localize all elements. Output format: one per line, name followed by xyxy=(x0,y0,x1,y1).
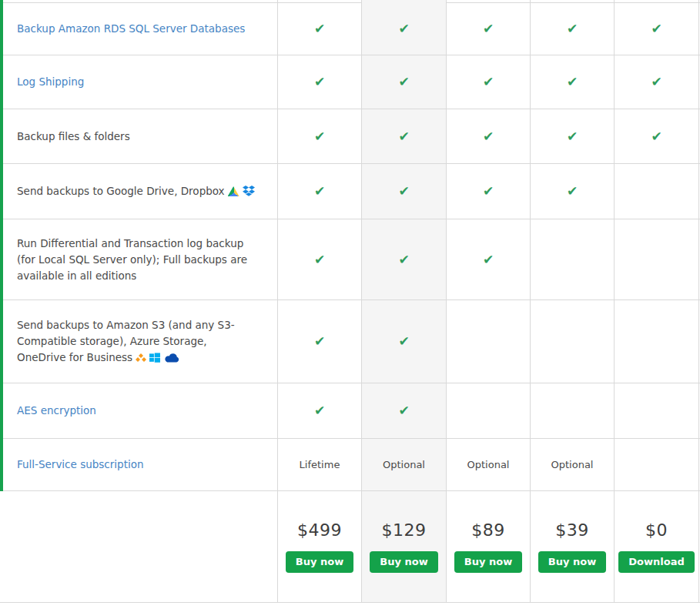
feature-label-send-s3-azure-onedrive: Send backups to Amazon S3 (and any S3-Co… xyxy=(17,317,257,366)
check-icon: ✔ xyxy=(483,253,494,266)
price-label: $39 xyxy=(555,520,589,540)
check-icon: ✔ xyxy=(314,22,325,35)
check-icon: ✔ xyxy=(567,75,578,89)
subscription-value: Lifetime xyxy=(300,459,340,470)
table-row: Backup files & folders ✔ ✔ ✔ ✔ ✔ xyxy=(0,109,700,164)
check-icon: ✔ xyxy=(398,335,409,348)
table-row: Run Differential and Transaction log bac… xyxy=(0,219,700,300)
feature-link-aes-encryption[interactable]: AES encryption xyxy=(17,403,96,419)
check-icon: ✔ xyxy=(567,22,578,35)
feature-label-differential-backup: Run Differential and Transaction log bac… xyxy=(17,236,257,284)
check-icon: ✔ xyxy=(398,404,409,417)
windows-icon xyxy=(149,353,160,363)
check-icon: ✔ xyxy=(651,22,661,35)
check-icon: ✔ xyxy=(483,75,494,89)
feature-label-backup-files: Backup files & folders xyxy=(17,129,130,145)
amazon-s3-icon xyxy=(136,353,146,363)
check-icon: ✔ xyxy=(567,185,578,198)
feature-label-send-gdrive-dropbox: Send backups to Google Drive, Dropbox xyxy=(17,183,255,199)
subscription-value: Optional xyxy=(467,459,510,470)
check-icon: ✔ xyxy=(651,75,661,89)
check-icon: ✔ xyxy=(314,404,325,417)
buy-now-button[interactable]: Buy now xyxy=(454,551,522,573)
check-icon: ✔ xyxy=(483,130,494,143)
check-icon: ✔ xyxy=(398,22,409,35)
check-icon: ✔ xyxy=(314,130,325,143)
pricing-comparison-table: Backup Amazon RDS SQL Server Databases ✔… xyxy=(0,0,700,609)
onedrive-icon xyxy=(163,353,179,363)
feature-link-backup-rds[interactable]: Backup Amazon RDS SQL Server Databases xyxy=(17,21,245,37)
buy-now-button[interactable]: Buy now xyxy=(286,551,353,573)
price-label: $499 xyxy=(297,520,342,540)
pricing-row: $499 Buy now $129 Buy now $89 Buy now $3… xyxy=(0,491,700,603)
table-row: Log Shipping ✔ ✔ ✔ ✔ ✔ xyxy=(0,55,700,109)
price-label: $129 xyxy=(382,520,427,540)
check-icon: ✔ xyxy=(651,130,661,143)
buy-now-button[interactable]: Buy now xyxy=(370,551,437,573)
feature-link-full-service[interactable]: Full-Service subscription xyxy=(17,457,144,473)
buy-now-button[interactable]: Buy now xyxy=(538,551,606,573)
dropbox-icon xyxy=(243,186,255,196)
table-row: Send backups to Google Drive, Dropbox ✔ … xyxy=(0,164,700,219)
feature-link-log-shipping[interactable]: Log Shipping xyxy=(17,74,84,90)
table-row: Full-Service subscription Lifetime Optio… xyxy=(0,439,700,491)
subscription-value: Optional xyxy=(551,459,594,470)
check-icon: ✔ xyxy=(398,185,409,198)
check-icon: ✔ xyxy=(483,185,494,198)
check-icon: ✔ xyxy=(314,335,325,348)
price-label: $0 xyxy=(645,520,668,540)
download-button[interactable]: Download xyxy=(618,551,694,573)
check-icon: ✔ xyxy=(314,185,325,198)
price-label: $89 xyxy=(471,520,505,540)
check-icon: ✔ xyxy=(398,75,409,89)
check-icon: ✔ xyxy=(567,130,578,143)
check-icon: ✔ xyxy=(398,130,409,143)
table-row: Backup Amazon RDS SQL Server Databases ✔… xyxy=(0,3,700,55)
check-icon: ✔ xyxy=(398,253,409,266)
table-row: Send backups to Amazon S3 (and any S3-Co… xyxy=(0,300,700,383)
table-row: AES encryption ✔ ✔ xyxy=(0,383,700,439)
google-drive-icon xyxy=(228,186,239,196)
green-accent-bar xyxy=(0,0,3,491)
check-icon: ✔ xyxy=(483,22,494,35)
check-icon: ✔ xyxy=(314,253,325,266)
check-icon: ✔ xyxy=(314,75,325,89)
subscription-value: Optional xyxy=(383,459,425,470)
